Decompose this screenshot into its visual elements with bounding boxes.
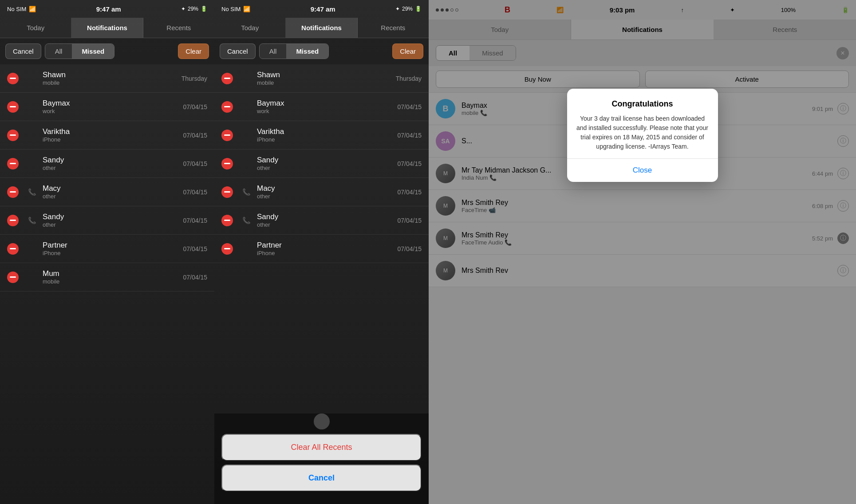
toolbar-1: Cancel All Missed Clear bbox=[0, 38, 214, 64]
status-bar-2: No SIM 📶 9:47 am ✦ 29% 🔋 bbox=[214, 0, 429, 18]
tab-notifications-2[interactable]: Notifications bbox=[286, 18, 357, 38]
contact-type: mobile bbox=[43, 278, 183, 285]
contact-date: Thursday bbox=[181, 75, 207, 82]
battery-label-1: 29% bbox=[188, 6, 198, 12]
contact-info: Sandy other bbox=[257, 213, 398, 228]
phone-icon: 📞 bbox=[242, 217, 251, 224]
contact-name: Sandy bbox=[43, 213, 183, 221]
seg-control-1: All Missed bbox=[45, 43, 115, 59]
contact-date: 07/04/15 bbox=[183, 245, 208, 252]
contact-type: work bbox=[257, 108, 398, 114]
panel-2: No SIM 📶 9:47 am ✦ 29% 🔋 Today Notificat… bbox=[214, 0, 429, 504]
tab-recents-2[interactable]: Recents bbox=[358, 18, 429, 38]
missed-button-2[interactable]: Missed bbox=[286, 44, 328, 59]
delete-button[interactable] bbox=[7, 243, 19, 255]
contact-info: Partner iPhone bbox=[43, 241, 183, 256]
action-sheet: Clear All Recents Cancel bbox=[214, 413, 429, 504]
list-item[interactable]: Shawn mobile Thursday bbox=[214, 64, 429, 93]
delete-button[interactable] bbox=[7, 215, 19, 226]
delete-button[interactable] bbox=[221, 130, 233, 141]
wifi-icon-1: 📶 bbox=[29, 6, 36, 12]
list-item[interactable]: 📞 Macy other 07/04/15 bbox=[0, 178, 214, 206]
list-item[interactable]: Sandy other 07/04/15 bbox=[0, 150, 214, 178]
battery-label-2: 29% bbox=[402, 6, 413, 12]
contact-date: 07/04/15 bbox=[398, 160, 422, 167]
list-item[interactable]: Mum mobile 07/04/15 bbox=[0, 263, 214, 291]
delete-button[interactable] bbox=[221, 158, 233, 169]
phone-icon: 📞 bbox=[242, 188, 251, 196]
all-button-2[interactable]: All bbox=[260, 44, 287, 59]
congrats-modal: Congratulations Your 3 day trail license… bbox=[567, 89, 718, 182]
delete-button[interactable] bbox=[221, 73, 233, 84]
delete-button[interactable] bbox=[7, 186, 19, 198]
delete-button[interactable] bbox=[7, 130, 19, 141]
clear-button-1[interactable]: Clear bbox=[178, 43, 209, 59]
list-item[interactable]: Sandy other 07/04/15 bbox=[214, 150, 429, 178]
contact-type: iPhone bbox=[257, 250, 398, 256]
contact-name: Variktha bbox=[257, 127, 398, 136]
contact-name: Macy bbox=[257, 184, 398, 193]
contact-date: 07/04/15 bbox=[398, 103, 422, 110]
list-item[interactable]: Baymax work 07/04/15 bbox=[0, 93, 214, 121]
phone-icon: 📞 bbox=[28, 217, 36, 224]
contact-icon: 📞 bbox=[25, 188, 39, 196]
delete-button[interactable] bbox=[7, 158, 19, 169]
time-2: 9:47 am bbox=[311, 5, 335, 13]
list-item[interactable]: Partner iPhone 07/04/15 bbox=[0, 235, 214, 263]
delete-button[interactable] bbox=[221, 243, 233, 255]
contact-date: Thursday bbox=[396, 75, 422, 82]
tab-recents-1[interactable]: Recents bbox=[143, 18, 214, 38]
list-item[interactable]: Partner iPhone 07/04/15 bbox=[214, 235, 429, 263]
status-right-2: ✦ 29% 🔋 bbox=[395, 6, 422, 12]
delete-button[interactable] bbox=[7, 272, 19, 283]
contact-info: Sandy other bbox=[257, 156, 398, 171]
congrats-close-button[interactable]: Close bbox=[567, 159, 718, 182]
contact-type: other bbox=[43, 165, 183, 171]
contact-info: Mum mobile bbox=[43, 269, 183, 285]
contact-info: Partner iPhone bbox=[257, 241, 398, 256]
delete-button[interactable] bbox=[7, 101, 19, 113]
tab-today-2[interactable]: Today bbox=[214, 18, 286, 38]
list-item[interactable]: Variktha iPhone 07/04/15 bbox=[214, 121, 429, 150]
contact-date: 07/04/15 bbox=[183, 217, 208, 224]
cancel-button-2[interactable]: Cancel bbox=[220, 43, 256, 59]
status-left-2: No SIM 📶 bbox=[221, 6, 250, 12]
clear-all-recents-button[interactable]: Clear All Recents bbox=[221, 434, 422, 461]
bluetooth-icon-2: ✦ bbox=[395, 6, 400, 12]
congrats-text: Your 3 day trail license has been downlo… bbox=[576, 114, 709, 151]
status-left-1: No SIM 📶 bbox=[7, 6, 36, 12]
list-item[interactable]: Shawn mobile Thursday bbox=[0, 64, 214, 93]
delete-button[interactable] bbox=[221, 215, 233, 226]
missed-button-1[interactable]: Missed bbox=[72, 44, 114, 59]
clear-button-2[interactable]: Clear bbox=[392, 43, 423, 59]
cancel-button-1[interactable]: Cancel bbox=[5, 43, 41, 59]
contact-date: 07/04/15 bbox=[398, 132, 422, 139]
contact-type: mobile bbox=[257, 79, 396, 86]
list-item[interactable]: Variktha iPhone 07/04/15 bbox=[0, 121, 214, 150]
list-item[interactable]: 📞 Sandy other 07/04/15 bbox=[0, 206, 214, 235]
list-item[interactable]: Baymax work 07/04/15 bbox=[214, 93, 429, 121]
tab-bar-1: Today Notifications Recents bbox=[0, 18, 214, 38]
delete-button[interactable] bbox=[7, 73, 19, 84]
contact-name: Sandy bbox=[257, 156, 398, 165]
contact-icon: 📞 bbox=[25, 217, 39, 224]
delete-button[interactable] bbox=[221, 101, 233, 113]
contact-date: 07/04/15 bbox=[183, 274, 208, 281]
modal-cancel-button[interactable]: Cancel bbox=[221, 465, 422, 492]
delete-button[interactable] bbox=[221, 186, 233, 198]
list-item[interactable]: 📞 Sandy other 07/04/15 bbox=[214, 206, 429, 235]
tab-notifications-1[interactable]: Notifications bbox=[71, 18, 143, 38]
tab-bar-2: Today Notifications Recents bbox=[214, 18, 429, 38]
contact-info: Variktha iPhone bbox=[43, 127, 183, 143]
scroll-indicator-2 bbox=[314, 413, 330, 429]
contact-name: Sandy bbox=[257, 213, 398, 221]
no-sim-label-2: No SIM bbox=[221, 6, 241, 12]
congrats-title: Congratulations bbox=[576, 99, 709, 109]
tab-today-1[interactable]: Today bbox=[0, 18, 71, 38]
all-button-1[interactable]: All bbox=[45, 44, 72, 59]
contact-type: other bbox=[43, 193, 183, 200]
no-sim-label-1: No SIM bbox=[7, 6, 26, 12]
contact-icon: 📞 bbox=[239, 188, 253, 196]
toolbar-2: Cancel All Missed Clear bbox=[214, 38, 429, 64]
list-item[interactable]: 📞 Macy other 07/04/15 bbox=[214, 178, 429, 206]
